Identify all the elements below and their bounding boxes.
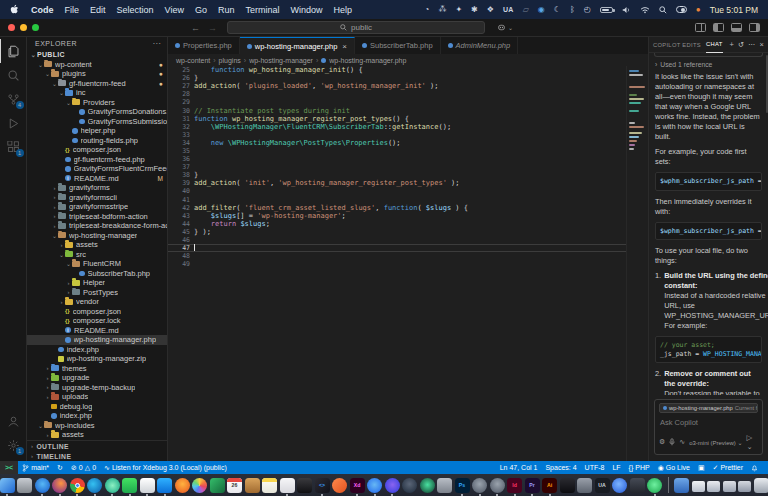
menu-item-terminal[interactable]: Terminal <box>245 5 279 15</box>
activity-explorer[interactable] <box>0 39 27 63</box>
bluetooth-icon[interactable]: ᛒ <box>570 6 575 14</box>
tree-item-composer-json[interactable]: {}composer.json <box>27 307 167 317</box>
dock-phpstorm[interactable] <box>385 478 400 493</box>
dock-premiere[interactable]: Pr <box>525 478 540 493</box>
code-line-33[interactable]: 33 <box>168 131 648 139</box>
tree-folder-wp-includes[interactable]: ⌄wp-includes <box>27 421 167 431</box>
command-center-search[interactable]: public <box>227 21 485 34</box>
clock-app-icon[interactable]: ◴ <box>584 6 591 14</box>
dock-system-settings[interactable] <box>17 478 32 493</box>
dock-calendar[interactable]: 26 <box>227 478 242 493</box>
chat-input[interactable]: Ask Copilot <box>660 418 757 427</box>
activity-run-and-debug[interactable] <box>0 111 27 135</box>
tree-item-composer-json[interactable]: {}composer.json <box>27 145 167 155</box>
activity-settings[interactable]: 1 <box>0 433 27 457</box>
breadcrumb[interactable]: wp-content›plugins›wp-hosting-manager›wp… <box>168 54 648 66</box>
editor-tab-properties-php[interactable]: Properties.php <box>168 37 240 54</box>
tree-item-routing-fields-php[interactable]: routing-fields.php <box>27 136 167 146</box>
tree-folder-providers[interactable]: ⌄Providers <box>27 98 167 108</box>
editor-tab-wp-hosting-manager-php[interactable]: wp-hosting-manager.php× <box>240 37 355 54</box>
ua-indicator[interactable]: UA <box>503 6 514 13</box>
code-line-35[interactable]: 35 <box>168 147 648 155</box>
activity-source-control[interactable]: 4 <box>0 87 27 111</box>
tree-folder-inc[interactable]: ⌄inc <box>27 88 167 98</box>
code-line-32[interactable]: 32 \WPHostingManager\FluentCRM\Subscribe… <box>168 123 648 131</box>
zoom-window-button[interactable] <box>32 24 39 31</box>
tree-folder-uploads[interactable]: ›uploads <box>27 392 167 402</box>
tree-folder-assets[interactable]: ›assets <box>27 240 167 250</box>
tree-folder-posttypes[interactable]: ›PostTypes <box>27 288 167 298</box>
dock-finder[interactable] <box>0 478 15 493</box>
git-branch-status[interactable]: main* <box>18 461 53 474</box>
code-line-30[interactable]: 30// Instantiate post types during init <box>168 106 648 114</box>
tree-folder-gravityformscli[interactable]: ›gravityformscli <box>27 193 167 203</box>
menu-item-file[interactable]: File <box>65 5 80 15</box>
toggle-sidebar-icon[interactable] <box>713 23 724 32</box>
breadcrumb-item[interactable]: plugins <box>219 57 241 64</box>
tree-item-index-php[interactable]: index.php <box>27 345 167 355</box>
dock-ua-app[interactable]: UA <box>595 478 610 493</box>
dock-photoshop[interactable]: Ps <box>455 478 470 493</box>
menu-item-code[interactable]: Code <box>31 5 54 15</box>
dock-chatgpt[interactable] <box>105 478 120 493</box>
php-server-status[interactable]: ▣ <box>694 461 709 474</box>
apple-logo-icon[interactable] <box>10 4 20 15</box>
dock-minimized-window-2[interactable] <box>707 481 720 492</box>
tree-folder-fluentcrm[interactable]: ⌄FluentCRM <box>27 259 167 269</box>
tree-folder-helper[interactable]: ›Helper <box>27 278 167 288</box>
dock-minimized-window-3[interactable] <box>723 481 736 492</box>
indentation-status[interactable]: Spaces: 4 <box>541 461 580 474</box>
more-actions-icon[interactable]: ⋯ <box>748 40 756 49</box>
menu-item-selection[interactable]: Selection <box>117 5 154 15</box>
tree-folder-assets[interactable]: ›assets <box>27 430 167 440</box>
tree-folder-wp-hosting-manager[interactable]: ⌄wp-hosting-manager <box>27 231 167 241</box>
dock-whatsapp[interactable] <box>122 478 137 493</box>
dock-notes[interactable] <box>262 478 277 493</box>
explorer-more-actions-icon[interactable]: ⋯ <box>153 39 162 48</box>
new-chat-icon[interactable]: + <box>729 40 733 49</box>
dock-apple-tv[interactable] <box>297 478 312 493</box>
copilot-menu-button[interactable]: ⌄ <box>497 23 513 32</box>
activity-accounts[interactable] <box>0 409 27 433</box>
debug-listen-status[interactable]: ∿Listen for Xdebug 3.0 (Local) (public) <box>100 461 231 474</box>
code-line-46[interactable]: 46 <box>168 236 648 244</box>
minimap[interactable] <box>626 66 648 461</box>
menu-item-window[interactable]: Window <box>290 5 322 15</box>
dock-vscode[interactable]: <> <box>315 478 330 493</box>
code-line-38[interactable]: 38} <box>168 171 648 179</box>
code-line-45[interactable]: 45} ); <box>168 228 648 236</box>
go-live-status[interactable]: ◉Go Live <box>654 461 694 474</box>
breadcrumb-item[interactable]: wp-hosting-manager <box>249 57 313 64</box>
dock-excel[interactable] <box>210 478 225 493</box>
tree-item-gravityformsdonations-php[interactable]: GravityFormsDonations.php <box>27 107 167 117</box>
dock-safari[interactable] <box>35 478 50 493</box>
close-window-button[interactable] <box>8 24 15 31</box>
code-line-43[interactable]: 43 $slugs[] = 'wp-hosting-manager'; <box>168 212 648 220</box>
tree-item-helper-php[interactable]: helper.php <box>27 126 167 136</box>
menu-item-view[interactable]: View <box>165 5 184 15</box>
problems-status[interactable]: ⊘0△0 <box>67 461 100 474</box>
network-nodes-icon[interactable]: ⁂ <box>438 6 446 14</box>
tree-item-wp-hosting-manager-php[interactable]: wp-hosting-manager.php <box>27 335 167 345</box>
tree-folder-src[interactable]: ⌄src <box>27 250 167 260</box>
tree-item-gravityformssubmissions-php[interactable]: GravityFormsSubmissions.php <box>27 117 167 127</box>
code-line-31[interactable]: 31⌄function wp_hosting_manager_register_… <box>168 115 648 123</box>
dock-orange-browser[interactable] <box>175 478 190 493</box>
snap-icon[interactable]: ✱ <box>471 6 478 14</box>
dock-edge[interactable] <box>87 478 102 493</box>
split-editor-icon[interactable] <box>695 23 706 32</box>
breadcrumb-item[interactable]: wp-content <box>176 57 210 64</box>
dock-ftp-folder[interactable] <box>437 478 452 493</box>
dock-minimized-window-4[interactable] <box>738 481 751 492</box>
prettier-status[interactable]: ✓Prettier <box>709 461 747 474</box>
dock-firefox[interactable] <box>52 478 67 493</box>
code-line-42[interactable]: 42⌄add_filter( 'fluent_crm_asset_listed_… <box>168 204 648 212</box>
code-line-29[interactable]: 29 <box>168 98 648 106</box>
code-line-27[interactable]: 27add_action( 'plugins_loaded', 'wp_host… <box>168 82 648 90</box>
tree-item-readme-md[interactable]: iREADME.md <box>27 326 167 336</box>
code-line-44[interactable]: 44 return $slugs; <box>168 220 648 228</box>
dock-downloads-stack[interactable] <box>674 478 689 493</box>
tree-folder-gf-fluentcrm-feed[interactable]: ⌄gf-fluentcrm-feed● <box>27 79 167 89</box>
record-dot-icon[interactable]: ● <box>696 6 701 14</box>
code-line-36[interactable]: 36 <box>168 155 648 163</box>
